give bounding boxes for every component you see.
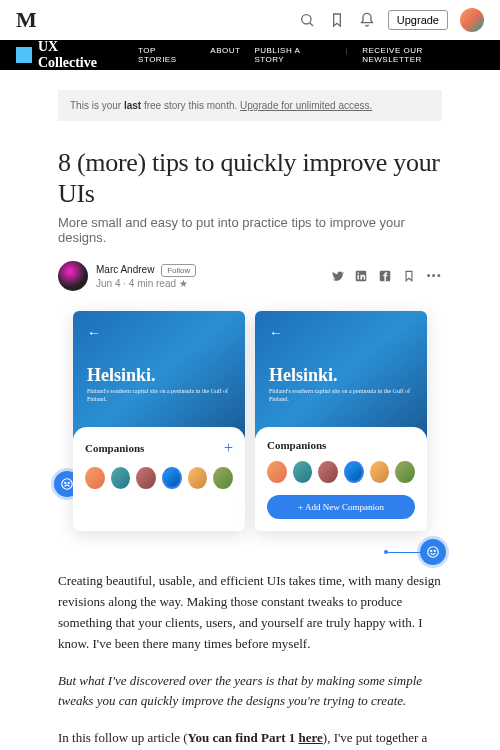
companion-avatar (267, 461, 287, 483)
text: In this follow up article ( (58, 730, 188, 745)
article-meta: Jun 4 · 4 min read ★ (96, 278, 196, 289)
publication-logo[interactable]: UX Collective (16, 39, 120, 71)
add-companion-button: + Add New Companion (267, 495, 415, 519)
paragraph: In this follow up article (You can find … (58, 728, 442, 750)
back-arrow-icon: ← (269, 325, 413, 341)
city-name: Helsinki. (269, 365, 413, 386)
companion-avatar (370, 461, 390, 483)
paragraph: Creating beautiful, usable, and efficien… (58, 571, 442, 654)
user-avatar[interactable] (460, 8, 484, 32)
publication-logo-icon (16, 47, 32, 63)
follow-button[interactable]: Follow (161, 264, 196, 277)
search-icon[interactable] (298, 11, 316, 29)
companion-avatar (188, 467, 208, 489)
topbar: M Upgrade (0, 0, 500, 40)
nav-about[interactable]: ABOUT (210, 46, 240, 64)
companion-avatar (85, 467, 105, 489)
companion-avatar (395, 461, 415, 483)
nav-top-stories[interactable]: TOP STORIES (138, 46, 196, 64)
svg-rect-3 (358, 275, 359, 280)
upgrade-button[interactable]: Upgrade (388, 10, 448, 30)
publication-nav: TOP STORIES ABOUT PUBLISH A STORY | RECE… (138, 46, 484, 64)
paragraph-italic: But what I've discovered over the years … (58, 673, 422, 709)
linkedin-icon[interactable] (354, 269, 368, 283)
svg-line-1 (310, 23, 313, 26)
happy-face-icon (420, 539, 446, 565)
twitter-icon[interactable] (330, 269, 344, 283)
companion-avatar (136, 467, 156, 489)
companion-avatar (344, 461, 364, 483)
companion-avatar (111, 467, 131, 489)
svg-point-8 (68, 483, 69, 484)
companion-avatar (293, 461, 313, 483)
svg-point-9 (428, 547, 439, 558)
bookmarks-icon[interactable] (328, 11, 346, 29)
author-name[interactable]: Marc Andrew (96, 264, 154, 275)
publication-name: UX Collective (38, 39, 120, 71)
article-title: 8 (more) tips to quickly improve your UI… (58, 147, 442, 209)
svg-point-6 (62, 479, 73, 490)
companion-avatar (318, 461, 338, 483)
publication-bar: UX Collective TOP STORIES ABOUT PUBLISH … (0, 40, 500, 70)
svg-point-11 (434, 551, 435, 552)
phone-mockup-left: ← Helsinki. Finland's southern capital s… (73, 311, 245, 531)
avatar-row (85, 467, 233, 489)
companions-label: Companions (267, 439, 326, 451)
banner-text-prefix: This is your (70, 100, 124, 111)
banner-upgrade-link[interactable]: Upgrade for unlimited access. (240, 100, 372, 111)
article-subtitle: More small and easy to put into practice… (58, 215, 442, 245)
svg-point-0 (301, 15, 310, 24)
companion-avatar (213, 467, 233, 489)
city-name: Helsinki. (87, 365, 231, 386)
phone-mockup-right: ← Helsinki. Finland's southern capital s… (255, 311, 427, 531)
byline: Marc Andrew Follow Jun 4 · 4 min read ★ … (58, 261, 442, 291)
svg-point-10 (431, 551, 432, 552)
medium-logo[interactable]: M (16, 7, 37, 33)
connector-line (388, 552, 420, 553)
banner-text-mid: free story this month. (141, 100, 240, 111)
connector-dot (384, 550, 388, 554)
facebook-icon[interactable] (378, 269, 392, 283)
svg-point-4 (358, 273, 360, 275)
city-subtitle: Finland's southern capital sits on a pen… (87, 388, 231, 404)
paragraph: But what I've discovered over the years … (58, 671, 442, 713)
banner-text-bold: last (124, 100, 141, 111)
back-arrow-icon: ← (87, 325, 231, 341)
svg-point-7 (65, 483, 66, 484)
avatar-row (267, 461, 415, 483)
more-icon[interactable]: ••• (426, 269, 442, 284)
article-body: Creating beautiful, usable, and efficien… (58, 571, 442, 750)
text-bold: You can find Part 1 (188, 730, 299, 745)
nav-newsletter[interactable]: RECEIVE OUR NEWSLETTER (362, 46, 484, 64)
hero-image: ← Helsinki. Finland's southern capital s… (58, 311, 442, 531)
notifications-icon[interactable] (358, 11, 376, 29)
topbar-actions: Upgrade (298, 8, 484, 32)
paywall-banner: This is your last free story this month.… (58, 90, 442, 121)
plus-icon: + (224, 439, 233, 457)
author-avatar[interactable] (58, 261, 88, 291)
nav-publish[interactable]: PUBLISH A STORY (254, 46, 331, 64)
bookmark-icon[interactable] (402, 269, 416, 283)
city-subtitle: Finland's southern capital sits on a pen… (269, 388, 413, 404)
nav-divider: | (346, 46, 349, 64)
companion-avatar (162, 467, 182, 489)
part1-link[interactable]: here (298, 730, 322, 745)
companions-label: Companions (85, 442, 144, 454)
